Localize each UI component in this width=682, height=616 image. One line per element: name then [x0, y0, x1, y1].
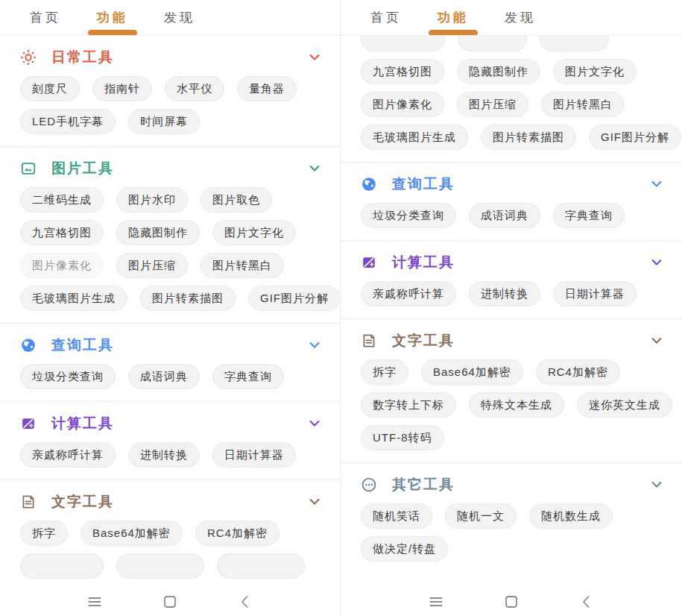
section-header[interactable]: 其它工具 — [361, 475, 664, 494]
tool-chip[interactable]: RC4加解密 — [195, 521, 280, 546]
tool-chip[interactable]: 图片文字化 — [212, 220, 296, 245]
tool-chip[interactable]: 字典查询 — [212, 364, 284, 389]
tool-chip[interactable]: 图片转黑白 — [201, 253, 284, 278]
tool-chip[interactable]: Base64加解密 — [421, 359, 523, 385]
tool-chip[interactable]: 九宫格切图 — [20, 220, 104, 245]
tool-chip[interactable]: 拆字 — [20, 521, 68, 546]
tool-chip[interactable]: 随机数生成 — [529, 503, 613, 529]
chevron-down-icon[interactable] — [649, 477, 664, 492]
document-icon — [361, 333, 377, 349]
tool-chip[interactable]: 拆字 — [361, 359, 408, 385]
chip-row-partial — [361, 36, 664, 51]
tool-chip[interactable]: 成语词典 — [128, 364, 200, 389]
tool-chip[interactable]: 图片转素描图 — [140, 286, 236, 311]
nav-menu-icon[interactable] — [427, 593, 445, 611]
tool-chip[interactable]: 字典查询 — [553, 203, 625, 228]
tool-chip[interactable]: GIF图片分解 — [248, 286, 340, 311]
tab-discover[interactable]: 发现 — [505, 0, 536, 35]
chevron-down-icon[interactable] — [307, 161, 322, 176]
tool-chip[interactable]: RC4加解密 — [536, 359, 620, 385]
nav-home-icon[interactable] — [502, 593, 520, 611]
tool-chip[interactable]: 隐藏图制作 — [457, 59, 540, 84]
section-header[interactable]: 查询工具 — [20, 336, 322, 355]
tool-chip[interactable]: 毛玻璃图片生成 — [361, 125, 468, 150]
document-icon — [20, 494, 37, 510]
tool-chip[interactable]: 指南针 — [92, 76, 152, 101]
partial-chip[interactable] — [458, 36, 527, 51]
chevron-down-icon[interactable] — [649, 333, 664, 348]
tool-chip[interactable]: 随机一文 — [445, 503, 517, 529]
chevron-down-icon[interactable] — [649, 255, 664, 270]
partial-chip[interactable] — [20, 553, 104, 579]
tool-chip[interactable]: 进制转换 — [128, 442, 200, 468]
tool-chip[interactable]: LED手机字幕 — [20, 109, 116, 134]
partial-chip[interactable] — [540, 36, 609, 51]
nav-menu-icon[interactable] — [86, 593, 104, 611]
nav-back-icon[interactable] — [236, 593, 254, 611]
tool-chip[interactable]: 图片压缩 — [457, 92, 528, 117]
tool-chip[interactable]: 时间屏幕 — [128, 109, 200, 134]
tool-chip[interactable]: 图片压缩 — [116, 253, 188, 278]
tool-chip[interactable]: GIF图片分解 — [589, 125, 681, 150]
partial-chip[interactable] — [116, 553, 204, 579]
chip-row: 图片像素化图片压缩图片转黑白 — [361, 92, 664, 117]
tool-chip[interactable]: 九宫格切图 — [361, 59, 444, 84]
section-header[interactable]: 计算工具 — [20, 414, 322, 433]
tool-chip[interactable]: 图片文字化 — [553, 59, 637, 84]
tool-chip[interactable]: 水平仪 — [165, 76, 224, 101]
tool-chip[interactable]: 图片取色 — [201, 187, 272, 213]
chevron-down-icon[interactable] — [307, 416, 322, 431]
tool-chip[interactable]: 毛玻璃图片生成 — [20, 286, 127, 311]
tool-chip[interactable]: 日期计算器 — [212, 442, 296, 468]
tool-chip[interactable]: 图片水印 — [116, 187, 188, 213]
section-header[interactable]: 查询工具 — [361, 175, 664, 194]
section-title: 查询工具 — [392, 175, 649, 194]
tool-chip[interactable]: 图片转素描图 — [481, 125, 576, 150]
tool-chip[interactable]: 数字转上下标 — [361, 392, 456, 418]
chevron-down-icon[interactable] — [307, 50, 322, 65]
section-header[interactable]: 日常工具 — [20, 48, 322, 67]
tools-list[interactable]: 九宫格切图隐藏图制作图片文字化 图片像素化图片压缩图片转黑白 毛玻璃图片生成图片… — [341, 36, 682, 616]
tab-features[interactable]: 功能 — [97, 0, 128, 35]
tab-home[interactable]: 首页 — [30, 0, 61, 35]
tool-chip[interactable]: UTF-8转码 — [361, 425, 444, 450]
tool-chip[interactable]: 迷你英文生成 — [577, 392, 672, 418]
chip-row: 刻度尺指南针水平仪量角器 — [20, 76, 322, 101]
tools-list[interactable]: 日常工具 刻度尺指南针水平仪量角器 LED手机字幕时间屏幕 图片工具 二维码生成… — [0, 36, 340, 616]
tool-chip[interactable]: 日期计算器 — [553, 281, 637, 307]
tab-discover[interactable]: 发现 — [164, 0, 195, 35]
partial-chip[interactable] — [361, 36, 445, 51]
tool-chip[interactable]: 亲戚称呼计算 — [20, 442, 116, 468]
section-title: 文字工具 — [51, 492, 307, 512]
tool-chip[interactable]: 进制转换 — [469, 281, 540, 307]
nav-home-icon[interactable] — [161, 593, 179, 611]
chip-row: 拆字Base64加解密RC4加解密 — [361, 359, 664, 385]
tool-chip[interactable]: 随机笑话 — [361, 503, 432, 529]
tool-chip[interactable]: 垃圾分类查询 — [20, 364, 116, 389]
tab-features[interactable]: 功能 — [438, 0, 469, 35]
tool-chip[interactable]: 垃圾分类查询 — [361, 203, 456, 228]
section-header[interactable]: 文字工具 — [20, 492, 322, 512]
tool-chip[interactable]: 刻度尺 — [20, 76, 80, 101]
nav-back-icon[interactable] — [578, 593, 596, 611]
chevron-down-icon[interactable] — [307, 494, 322, 509]
partial-chip[interactable] — [217, 553, 305, 579]
tool-chip[interactable]: 隐藏图制作 — [116, 220, 200, 245]
tab-home[interactable]: 首页 — [370, 0, 402, 35]
tool-chip[interactable]: 亲戚称呼计算 — [361, 281, 456, 307]
tool-chip[interactable]: 特殊文本生成 — [469, 392, 564, 418]
tool-chip[interactable]: 图片像素化 — [20, 253, 104, 278]
tool-chip[interactable]: 量角器 — [237, 76, 297, 101]
chevron-down-icon[interactable] — [307, 338, 322, 353]
tool-chip[interactable]: 二维码生成 — [20, 187, 104, 213]
section-header[interactable]: 文字工具 — [361, 331, 664, 351]
tool-chip[interactable]: Base64加解密 — [80, 521, 183, 546]
tool-chip[interactable]: 成语词典 — [469, 203, 540, 228]
tool-chip[interactable]: 做决定/转盘 — [361, 536, 448, 562]
tool-chip[interactable]: 图片像素化 — [361, 92, 444, 117]
section-title: 文字工具 — [392, 331, 649, 351]
section-header[interactable]: 计算工具 — [361, 253, 664, 272]
chevron-down-icon[interactable] — [649, 177, 664, 192]
tool-chip[interactable]: 图片转黑白 — [541, 92, 625, 117]
section-header[interactable]: 图片工具 — [20, 159, 322, 178]
